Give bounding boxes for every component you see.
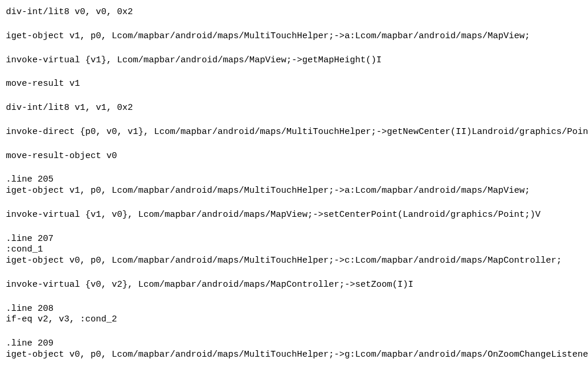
- code-line: invoke-virtual {v1}, Lcom/mapbar/android…: [6, 55, 582, 66]
- code-group: invoke-direct {p0, v0, v1}, Lcom/mapbar/…: [6, 127, 582, 138]
- code-line: move-result-object v0: [6, 151, 582, 162]
- code-line: .line 205: [6, 175, 582, 186]
- code-line: .line 209: [6, 338, 582, 350]
- code-group: .line 208if-eq v2, v3, :cond_2: [6, 304, 582, 326]
- code-line: .line 207: [6, 234, 582, 245]
- code-line: if-eq v2, v3, :cond_2: [6, 314, 582, 326]
- code-group: .line 209iget-object v0, p0, Lcom/mapbar…: [6, 338, 582, 361]
- code-group: iget-object v1, p0, Lcom/mapbar/android/…: [6, 31, 582, 42]
- code-group: div-int/lit8 v1, v1, 0x2: [6, 103, 582, 114]
- code-line: invoke-virtual {v1, v0}, Lcom/mapbar/and…: [6, 210, 582, 221]
- code-line: invoke-virtual {v0, v2}, Lcom/mapbar/and…: [6, 280, 582, 291]
- code-group: .line 205iget-object v1, p0, Lcom/mapbar…: [6, 175, 582, 197]
- code-group: invoke-virtual {v1}, Lcom/mapbar/android…: [6, 55, 582, 66]
- code-group: invoke-virtual {v0, v2}, Lcom/mapbar/and…: [6, 280, 582, 291]
- code-line: div-int/lit8 v1, v1, 0x2: [6, 103, 582, 114]
- smali-code-block: div-int/lit8 v0, v0, 0x2iget-object v1, …: [6, 7, 582, 361]
- code-line: iget-object v0, p0, Lcom/mapbar/android/…: [6, 256, 582, 267]
- code-group: move-result v1: [6, 79, 582, 90]
- code-line: .line 208: [6, 304, 582, 315]
- code-group: move-result-object v0: [6, 151, 582, 162]
- code-group: div-int/lit8 v0, v0, 0x2: [6, 7, 582, 18]
- code-line: move-result v1: [6, 79, 582, 90]
- code-group: .line 207:cond_1iget-object v0, p0, Lcom…: [6, 234, 582, 267]
- code-line: :cond_1: [6, 244, 582, 256]
- code-line: iget-object v1, p0, Lcom/mapbar/android/…: [6, 186, 582, 197]
- code-line: invoke-direct {p0, v0, v1}, Lcom/mapbar/…: [6, 127, 582, 138]
- code-line: iget-object v1, p0, Lcom/mapbar/android/…: [6, 31, 582, 42]
- code-line: div-int/lit8 v0, v0, 0x2: [6, 7, 582, 18]
- code-group: invoke-virtual {v1, v0}, Lcom/mapbar/and…: [6, 210, 582, 221]
- code-line: iget-object v0, p0, Lcom/mapbar/android/…: [6, 350, 582, 361]
